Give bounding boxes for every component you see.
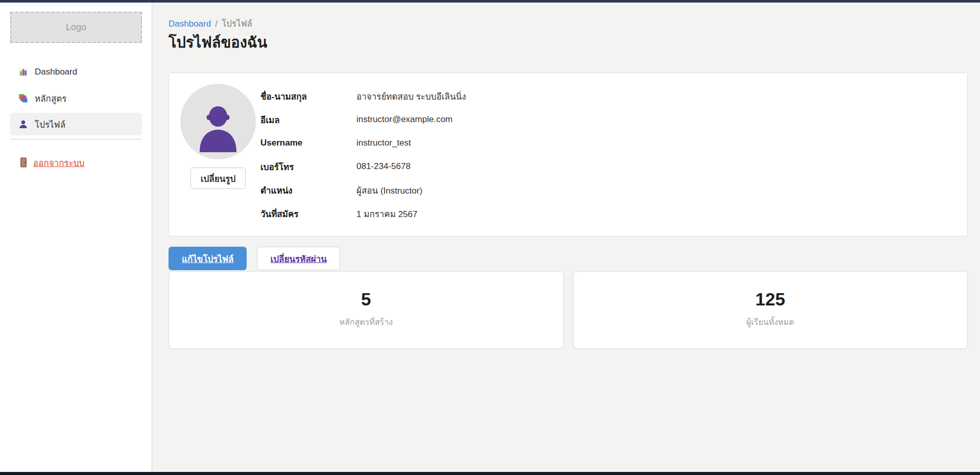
top-accent-bar — [0, 0, 980, 3]
field-row-username: Username instructor_test — [260, 131, 466, 155]
stat-value: 125 — [573, 289, 968, 310]
sidebar-item-dashboard[interactable]: Dashboard — [10, 61, 142, 83]
profile-actions: แก้ไขโปรไฟล์ เปลี่ยนรหัสผ่าน — [169, 247, 340, 270]
field-label: ตำแหน่ง — [260, 183, 356, 197]
profile-fields: ชื่อ-นามสกุล อาจารย์ทดสอบ ระบบอีเลินนิ่ง… — [260, 84, 466, 225]
books-icon — [18, 93, 28, 103]
field-label: Username — [260, 138, 356, 148]
breadcrumb-current: โปรไฟล์ — [222, 19, 252, 29]
change-password-button[interactable]: เปลี่ยนรหัสผ่าน — [257, 247, 340, 270]
field-value: instructor_test — [356, 138, 411, 148]
stat-label: ผู้เรียนทั้งหมด — [573, 316, 968, 328]
breadcrumb-separator: / — [215, 19, 218, 29]
logout-label: ออกจากระบบ — [33, 156, 84, 170]
breadcrumb: Dashboard/โปรไฟล์ — [169, 16, 252, 30]
field-row-phone: เบอร์โทร 081-234-5678 — [260, 155, 466, 178]
field-row-email: อีเมล instructor@example.com — [260, 108, 466, 131]
sidebar-item-label: หลักสูตร — [35, 91, 66, 105]
stats-row: 5 หลักสูตรที่สร้าง 125 ผู้เรียนทั้งหมด — [169, 271, 968, 349]
change-photo-button[interactable]: เปลี่ยนรูป — [190, 168, 246, 189]
bottom-accent-bar — [0, 472, 980, 475]
bar-chart-icon — [18, 67, 28, 77]
sidebar: Logo Dashboard หลักสูตร โปรไฟล์ ออกจากระ… — [0, 3, 152, 472]
logout-link[interactable]: ออกจากระบบ — [19, 154, 84, 171]
field-value: ผู้สอน (Instructor) — [356, 183, 422, 197]
logo-placeholder: Logo — [10, 12, 142, 43]
sidebar-divider — [10, 139, 142, 139]
person-icon — [18, 120, 28, 129]
logo-text: Logo — [66, 22, 86, 33]
field-row-name: ชื่อ-นามสกุล อาจารย์ทดสอบ ระบบอีเลินนิ่ง — [260, 84, 466, 108]
stat-value: 5 — [169, 289, 563, 310]
field-value: instructor@example.com — [356, 114, 452, 125]
field-row-register-date: วันที่สมัคร 1 มกราคม 2567 — [260, 202, 466, 225]
breadcrumb-dashboard-link[interactable]: Dashboard — [169, 19, 211, 29]
sidebar-item-label: Dashboard — [35, 67, 77, 77]
door-icon — [19, 157, 28, 168]
avatar — [180, 84, 256, 159]
field-value: 1 มกราคม 2567 — [356, 207, 417, 221]
field-row-position: ตำแหน่ง ผู้สอน (Instructor) — [260, 178, 466, 202]
edit-profile-button[interactable]: แก้ไขโปรไฟล์ — [169, 247, 247, 270]
stat-label: หลักสูตรที่สร้าง — [169, 316, 563, 328]
field-label: ชื่อ-นามสกุล — [260, 89, 356, 103]
sidebar-item-profile[interactable]: โปรไฟล์ — [10, 113, 142, 135]
field-label: อีเมล — [260, 113, 356, 127]
sidebar-item-courses[interactable]: หลักสูตร — [10, 87, 142, 109]
page-title: โปรไฟล์ของฉัน — [169, 31, 267, 54]
stat-card-students: 125 ผู้เรียนทั้งหมด — [573, 271, 968, 349]
avatar-person-icon — [197, 105, 240, 152]
profile-card: เปลี่ยนรูป ชื่อ-นามสกุล อาจารย์ทดสอบ ระบ… — [169, 73, 968, 236]
stat-card-courses: 5 หลักสูตรที่สร้าง — [169, 271, 564, 349]
field-label: เบอร์โทร — [260, 160, 356, 174]
sidebar-item-label: โปรไฟล์ — [35, 117, 65, 131]
field-value: 081-234-5678 — [356, 161, 411, 172]
field-label: วันที่สมัคร — [260, 207, 356, 221]
field-value: อาจารย์ทดสอบ ระบบอีเลินนิ่ง — [356, 89, 466, 103]
